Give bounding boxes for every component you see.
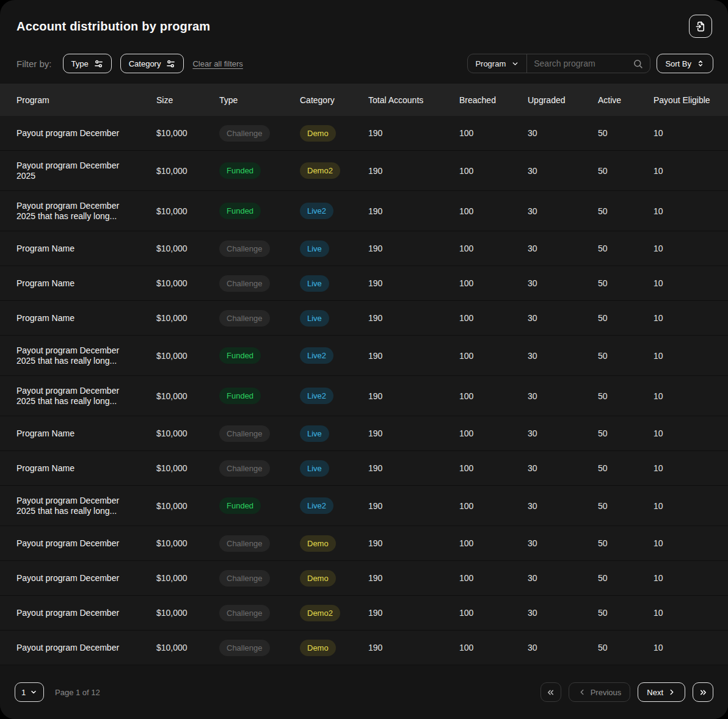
total-accounts-cell: 190 [368,463,459,473]
breached-cell: 100 [459,278,528,288]
table-row[interactable]: Program Name$10,000ChallengeLive19010030… [0,301,728,336]
total-accounts-cell: 190 [368,573,459,583]
size-cell: $10,000 [156,428,219,438]
total-accounts-cell: 190 [368,206,459,216]
table-row[interactable]: Payout program December$10,000ChallengeD… [0,116,728,151]
table-row[interactable]: Payout program December$10,000ChallengeD… [0,526,728,561]
chevrons-left-icon [546,688,555,697]
category-badge: Demo2 [300,605,340,621]
active-cell: 50 [598,391,653,401]
table-row[interactable]: Payout program December$10,000ChallengeD… [0,561,728,596]
type-badge: Funded [219,388,261,404]
table-row[interactable]: Payout program December 2025$10,000Funde… [0,151,728,191]
size-cell: $10,000 [156,501,219,511]
total-accounts-cell: 190 [368,244,459,253]
active-cell: 50 [598,166,653,176]
payout-eligible-cell: 10 [653,643,716,652]
table-row[interactable]: Payout program December$10,000ChallengeD… [0,596,728,630]
type-badge: Challenge [219,240,270,257]
file-export-icon [695,21,707,32]
breached-cell: 100 [459,643,528,652]
table-row[interactable]: Payout program December 2025 that has re… [0,486,728,526]
search-input[interactable] [527,59,633,68]
size-cell: $10,000 [156,463,219,473]
active-cell: 50 [598,428,653,438]
category-badge: Live [300,425,329,442]
filter-by-label: Filter by: [16,59,52,69]
category-badge: Demo [300,535,336,552]
category-cell: Live [300,425,368,442]
type-cell: Funded [219,347,300,364]
payout-eligible-cell: 10 [653,538,716,548]
next-page-button[interactable]: Next [638,682,685,702]
category-badge: Demo [300,570,336,587]
column-header: Payout Eligible [653,95,716,105]
type-badge: Challenge [219,275,270,292]
size-cell: $10,000 [156,608,219,618]
last-page-button[interactable] [693,682,713,702]
category-badge: Live2 [300,497,333,514]
sort-by-button[interactable]: Sort By [657,54,713,73]
program-cell: Payout program December [16,538,156,549]
program-cell: Payout program December [16,573,156,584]
pagination-bar: 1 Page 1 of 12 [0,665,728,719]
upgraded-cell: 30 [528,643,598,652]
type-cell: Challenge [219,605,300,621]
total-accounts-cell: 190 [368,313,459,323]
active-cell: 50 [598,538,653,548]
chevron-down-icon [511,60,519,68]
table-row[interactable]: Program Name$10,000ChallengeLive19010030… [0,266,728,301]
size-cell: $10,000 [156,313,219,323]
active-cell: 50 [598,573,653,583]
clear-all-filters-link[interactable]: Clear all filters [192,59,242,68]
breached-cell: 100 [459,538,528,548]
active-cell: 50 [598,351,653,361]
search-column-select[interactable]: Program [468,54,527,73]
active-cell: 50 [598,608,653,618]
table-row[interactable]: Payout program December 2025 that has re… [0,376,728,416]
upgraded-cell: 30 [528,501,598,511]
payout-eligible-cell: 10 [653,278,716,288]
program-cell: Payout program December [16,608,156,618]
table-row[interactable]: Program Name$10,000ChallengeLive19010030… [0,451,728,486]
size-cell: $10,000 [156,538,219,548]
active-cell: 50 [598,244,653,253]
category-badge: Live [300,310,329,327]
column-header: Program [16,95,156,105]
category-filter-button[interactable]: Category [120,54,184,73]
type-badge: Challenge [219,535,270,552]
payout-eligible-cell: 10 [653,206,716,216]
export-button[interactable] [689,15,712,38]
category-cell: Demo [300,125,368,142]
category-cell: Live [300,460,368,477]
page-select-value: 1 [21,688,26,697]
type-filter-button[interactable]: Type [63,54,112,73]
breached-cell: 100 [459,573,528,583]
upgraded-cell: 30 [528,128,598,138]
first-page-button[interactable] [541,682,561,702]
type-badge: Challenge [219,125,270,142]
total-accounts-cell: 190 [368,351,459,361]
table-row[interactable]: Payout program December 2025 that has re… [0,336,728,376]
total-accounts-cell: 190 [368,278,459,288]
upgraded-cell: 30 [528,244,598,253]
total-accounts-cell: 190 [368,128,459,138]
type-cell: Challenge [219,640,300,656]
upgraded-cell: 30 [528,573,598,583]
type-badge: Challenge [219,460,270,477]
table-row[interactable]: Program Name$10,000ChallengeLive19010030… [0,416,728,451]
previous-page-button[interactable]: Previous [569,682,631,702]
upgraded-cell: 30 [528,206,598,216]
category-cell: Live [300,240,368,257]
table-row[interactable]: Payout program December 2025 that has re… [0,191,728,231]
program-cell: Payout program December 2025 [16,161,156,181]
page-select[interactable]: 1 [15,682,44,702]
total-accounts-cell: 190 [368,643,459,652]
table-row[interactable]: Program Name$10,000ChallengeLive19010030… [0,231,728,266]
type-cell: Challenge [219,460,300,477]
table-row[interactable]: Payout program December$10,000ChallengeD… [0,630,728,665]
breached-cell: 100 [459,313,528,323]
breached-cell: 100 [459,166,528,176]
category-cell: Live2 [300,347,368,364]
active-cell: 50 [598,463,653,473]
